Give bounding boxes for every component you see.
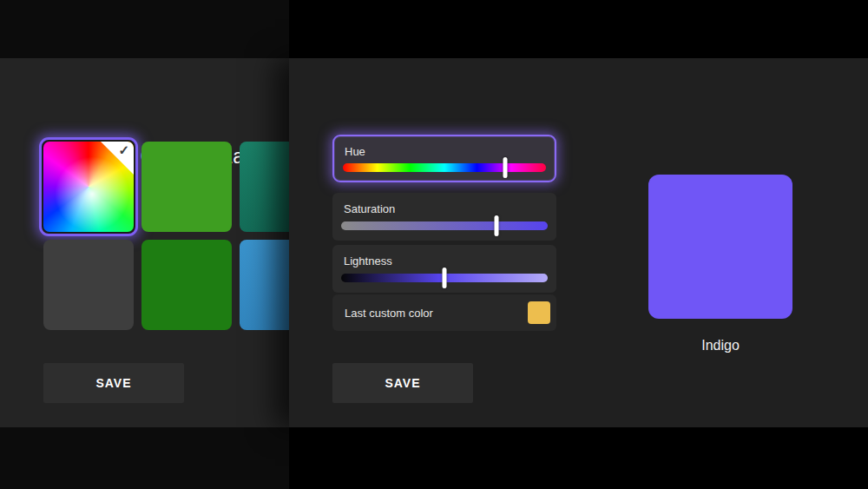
- saturation-track[interactable]: [341, 221, 548, 230]
- tile-cell: [141, 142, 232, 232]
- lightness-thumb[interactable]: [443, 268, 447, 288]
- tile-cell: [240, 142, 289, 232]
- my-color-dialog: My color Hue Saturation Lightness Last c…: [289, 58, 868, 427]
- hue-thumb[interactable]: [503, 157, 508, 178]
- lightness-label: Lightness: [344, 254, 392, 268]
- tile-blue[interactable]: [240, 240, 289, 330]
- tile-cell: [141, 240, 232, 330]
- color-preview-swatch: [648, 175, 792, 319]
- color-preview-name: Indigo: [648, 338, 792, 354]
- dialog-save-button[interactable]: SAVE: [332, 363, 473, 403]
- color-tile-grid: ✓: [43, 142, 289, 330]
- last-custom-color-label: Last custom color: [345, 307, 433, 320]
- last-custom-color-row[interactable]: Last custom color: [332, 294, 556, 331]
- tile-custom-spectrum-selected[interactable]: ✓: [39, 137, 138, 236]
- hue-track[interactable]: [343, 163, 546, 172]
- tile-green[interactable]: [141, 142, 232, 232]
- lightness-track[interactable]: [341, 274, 548, 282]
- screen: My color - Custom: Laver ✓: [0, 0, 868, 489]
- tile-cell: [240, 240, 289, 330]
- spectrum-swatch: ✓: [43, 142, 134, 232]
- tile-cell: ✓: [43, 142, 134, 232]
- hue-slider-row[interactable]: Hue: [332, 135, 556, 182]
- color-picker-page: My color - Custom: Laver ✓: [0, 58, 289, 427]
- tile-cell: [43, 240, 134, 330]
- tile-dark-gray[interactable]: [43, 240, 134, 330]
- tile-teal[interactable]: [240, 142, 289, 232]
- saturation-slider-row[interactable]: Saturation: [332, 193, 556, 241]
- saturation-label: Saturation: [344, 202, 395, 215]
- lightness-slider-row[interactable]: Lightness: [332, 245, 556, 293]
- check-icon: ✓: [118, 142, 129, 158]
- hue-label: Hue: [345, 145, 365, 158]
- last-custom-color-swatch[interactable]: [528, 301, 550, 324]
- page-save-button[interactable]: SAVE: [43, 363, 184, 403]
- tile-dark-green[interactable]: [141, 240, 232, 330]
- saturation-thumb[interactable]: [494, 215, 498, 236]
